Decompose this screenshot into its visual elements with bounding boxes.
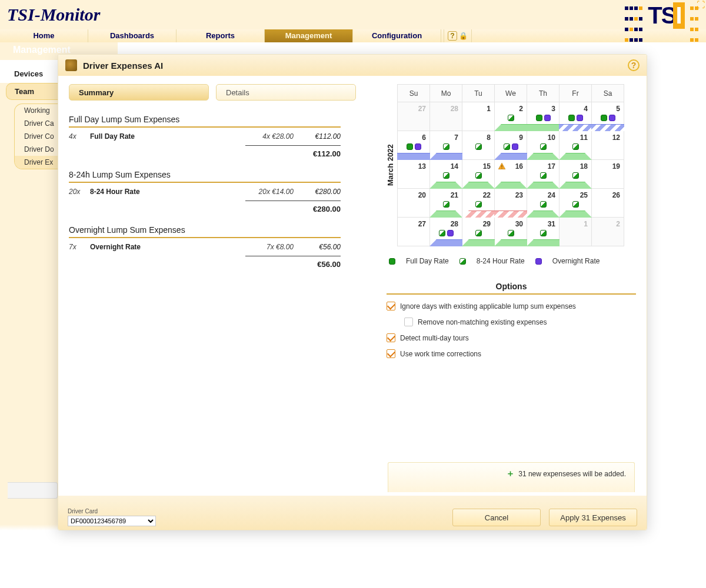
- calendar-dow: Fr: [560, 85, 592, 102]
- calendar-day[interactable]: 13: [398, 160, 430, 189]
- nav-dashboards[interactable]: Dashboards: [88, 29, 176, 42]
- calendar-day[interactable]: 9: [495, 131, 527, 160]
- calendar-day[interactable]: 31: [527, 218, 560, 246]
- expense-amount: €56.00: [294, 243, 341, 251]
- group-total: €56.00: [245, 256, 341, 269]
- calendar-day[interactable]: 22: [462, 189, 495, 218]
- calendar-day[interactable]: 2: [495, 102, 527, 131]
- warning-icon: [498, 162, 506, 171]
- expense-row: 20x8-24 Hour Rate20x €14.00€280.00: [69, 184, 341, 199]
- nav-reports[interactable]: Reports: [176, 29, 265, 42]
- apply-button[interactable]: Apply 31 Expenses: [549, 509, 637, 526]
- help-icon[interactable]: ?: [448, 31, 457, 41]
- pending-note-text: 31 new expenseses will be added.: [518, 470, 626, 478]
- expense-qty: 4x: [69, 132, 90, 141]
- checkbox-worktime[interactable]: [387, 349, 395, 358]
- calendar-day[interactable]: 21: [430, 189, 462, 218]
- expense-amount: €112.00: [294, 132, 341, 141]
- day-badge-part: [572, 143, 579, 150]
- day-badge-night: [447, 230, 454, 236]
- dialog-title: Driver Expenses AI: [83, 61, 628, 71]
- calendar-legend: Full Day Rate 8-24 Hour Rate Overnight R…: [389, 257, 634, 265]
- calendar-day[interactable]: 30: [495, 218, 527, 246]
- nav-home[interactable]: Home: [0, 29, 88, 42]
- calendar-day[interactable]: 2: [592, 218, 624, 246]
- expenses-dialog: Driver Expenses AI ? Summary Details Ful…: [58, 54, 647, 530]
- day-badge-part: [475, 172, 482, 179]
- calendar: SuMoTuWeThFrSa 2728123456789101112131415…: [397, 84, 624, 246]
- calendar-day[interactable]: 12: [592, 131, 624, 160]
- option-label: Use work time corrections: [400, 350, 481, 358]
- calendar-day[interactable]: 28: [430, 218, 462, 246]
- dialog-footer: Driver Card DF0000123456789 Cancel Apply…: [58, 496, 647, 530]
- day-badge-full: [568, 115, 575, 121]
- lock-icon[interactable]: 🔒: [458, 31, 468, 41]
- day-badge-part: [572, 172, 579, 179]
- calendar-day[interactable]: 1: [462, 102, 495, 131]
- calendar-day[interactable]: 20: [398, 189, 430, 218]
- brain-icon: [65, 59, 77, 71]
- day-badge-part: [443, 172, 449, 179]
- collapsed-panel-hint[interactable]: [8, 482, 58, 499]
- calendar-day[interactable]: 16: [495, 160, 527, 189]
- calendar-day[interactable]: 26: [592, 189, 624, 218]
- cancel-button[interactable]: Cancel: [452, 509, 541, 526]
- option-label: Ignore days with existing applicable lum…: [400, 302, 576, 310]
- day-badge-part: [475, 143, 482, 150]
- calendar-day[interactable]: 4: [560, 102, 592, 131]
- day-badge-night: [512, 143, 518, 150]
- day-badge-part: [508, 115, 514, 121]
- group-title: 8-24h Lump Sum Expenses: [69, 170, 341, 183]
- nav-configuration[interactable]: Configuration: [353, 29, 441, 42]
- group-total: €280.00: [245, 201, 341, 213]
- calendar-day[interactable]: 23: [495, 189, 527, 218]
- day-badge-part: [572, 201, 579, 208]
- option-label: Detect multi-day tours: [400, 334, 469, 342]
- expense-calc: 20x €14.00: [235, 188, 294, 196]
- calendar-day[interactable]: 11: [560, 131, 592, 160]
- checkbox-detect[interactable]: [387, 333, 395, 342]
- calendar-day[interactable]: 17: [527, 160, 560, 189]
- calendar-day[interactable]: 15: [462, 160, 495, 189]
- options-heading: Options: [387, 282, 636, 295]
- calendar-dow: Tu: [462, 85, 495, 102]
- expense-name: Full Day Rate: [90, 132, 235, 141]
- tab-details[interactable]: Details: [216, 84, 356, 101]
- day-badge-full: [407, 143, 413, 150]
- calendar-day[interactable]: 3: [527, 102, 560, 131]
- driver-card-select[interactable]: DF0000123456789: [68, 516, 156, 526]
- dialog-help-icon[interactable]: ?: [628, 59, 640, 71]
- expense-qty: 20x: [69, 188, 90, 196]
- calendar-day[interactable]: 10: [527, 131, 560, 160]
- tab-summary[interactable]: Summary: [69, 84, 209, 101]
- legend-swatch-full: [389, 258, 395, 265]
- calendar-dow: Sa: [592, 85, 624, 102]
- calendar-day[interactable]: 18: [560, 160, 592, 189]
- calendar-day[interactable]: 1: [560, 218, 592, 246]
- calendar-day[interactable]: 7: [430, 131, 462, 160]
- nav-management[interactable]: Management: [265, 29, 353, 42]
- calendar-day[interactable]: 14: [430, 160, 462, 189]
- day-badge-part: [508, 230, 514, 236]
- calendar-day[interactable]: 6: [398, 131, 430, 160]
- calendar-day[interactable]: 24: [527, 189, 560, 218]
- calendar-dow: Mo: [430, 85, 462, 102]
- driver-card-label: Driver Card: [68, 508, 98, 514]
- calendar-day[interactable]: 28: [430, 102, 462, 131]
- vendor-logo: TSI: [624, 2, 701, 45]
- calendar-day[interactable]: 27: [398, 102, 430, 131]
- calendar-day[interactable]: 5: [592, 102, 624, 131]
- calendar-day[interactable]: 27: [398, 218, 430, 246]
- calendar-day[interactable]: 8: [462, 131, 495, 160]
- calendar-day[interactable]: 29: [462, 218, 495, 246]
- calendar-dow: Su: [398, 85, 430, 102]
- checkbox-remove[interactable]: [404, 318, 413, 326]
- day-badge-part: [540, 230, 547, 236]
- checkbox-ignore[interactable]: [387, 302, 395, 310]
- legend-label: Overnight Rate: [552, 257, 600, 265]
- expense-amount: €280.00: [294, 188, 341, 196]
- calendar-day[interactable]: 19: [592, 160, 624, 189]
- header-band: TSI-Monitor ⛶ TSI: [0, 0, 706, 29]
- calendar-day[interactable]: 25: [560, 189, 592, 218]
- expense-calc: 4x €28.00: [235, 132, 294, 141]
